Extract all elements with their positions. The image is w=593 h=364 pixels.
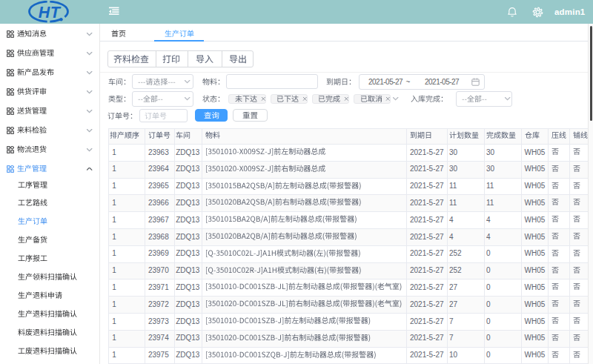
svg-text:HT: HT <box>39 4 62 21</box>
